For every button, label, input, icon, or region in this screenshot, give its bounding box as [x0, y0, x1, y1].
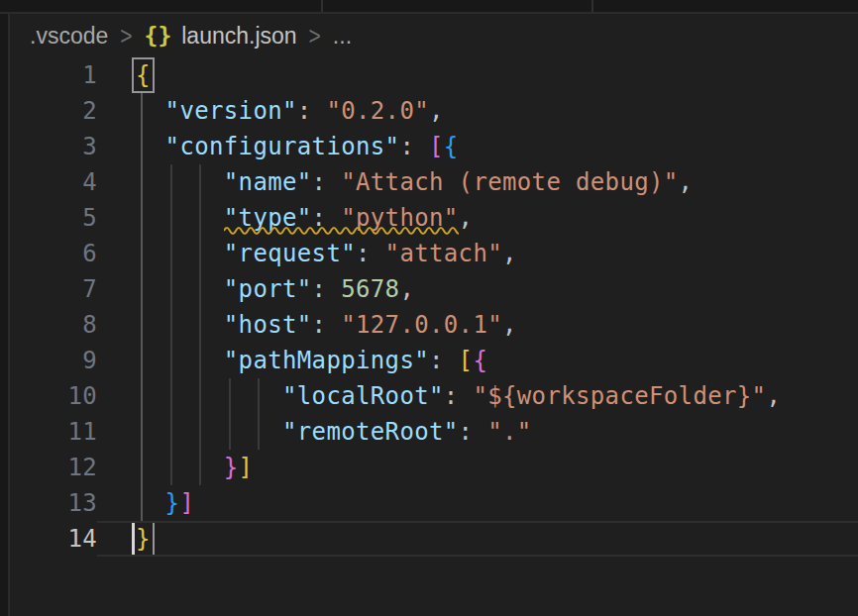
code-text: "pathMappings": [{ — [136, 347, 487, 374]
code-token-bracket1: { — [136, 61, 151, 89]
indent-guide — [170, 271, 172, 307]
code-line[interactable]: 3 "configurations": [{ — [10, 129, 858, 164]
line-number[interactable]: 1 — [10, 57, 97, 93]
code-line[interactable]: 9 "pathMappings": [{ — [10, 343, 858, 378]
code-token-key: "type" — [224, 204, 312, 232]
code-text: "port": 5678, — [136, 275, 414, 303]
code-token-punct: , — [429, 97, 444, 125]
code-text: }] — [136, 454, 253, 481]
indent-guide — [141, 414, 143, 450]
line-content[interactable]: "request": "attach", — [97, 236, 858, 271]
indent-guide — [170, 236, 172, 271]
line-number[interactable]: 13 — [10, 485, 97, 521]
code-text: "request": "attach", — [136, 240, 517, 267]
code-area[interactable]: 1{2 "version": "0.2.0",3 "configurations… — [10, 57, 858, 616]
indent-guide — [199, 236, 201, 271]
code-token-string: "0.2.0" — [326, 97, 429, 125]
code-token-key: "pathMappings" — [224, 347, 429, 374]
code-token-punct: , — [399, 275, 414, 303]
indent-guide — [141, 164, 143, 200]
line-number[interactable]: 7 — [10, 271, 97, 307]
indent-guide — [141, 236, 143, 271]
code-token-string: "${workspaceFolder}" — [473, 382, 766, 410]
tab-bar[interactable] — [0, 0, 858, 12]
code-token-punct: : — [312, 275, 342, 303]
code-line[interactable]: 11 "remoteRoot": "." — [10, 414, 858, 450]
code-text: } — [136, 525, 155, 553]
code-line[interactable]: 6 "request": "attach", — [10, 236, 858, 271]
code-line[interactable]: 2 "version": "0.2.0", — [10, 93, 858, 129]
code-line[interactable]: 14} — [10, 521, 858, 557]
line-content[interactable]: }] — [97, 485, 858, 521]
code-line[interactable]: 12 }] — [10, 450, 858, 485]
line-number[interactable]: 11 — [10, 414, 97, 450]
code-token-punct: : — [297, 97, 327, 125]
code-line[interactable]: 1{ — [10, 57, 858, 93]
indent-guide — [229, 378, 231, 414]
code-line[interactable]: 8 "host": "127.0.0.1", — [10, 307, 858, 343]
line-number[interactable]: 12 — [10, 450, 97, 485]
code-token-key: "request" — [224, 240, 356, 267]
code-token-punct: : — [399, 133, 429, 160]
indent-guide — [141, 271, 143, 307]
line-content[interactable]: "pathMappings": [{ — [97, 343, 858, 378]
line-number[interactable]: 9 — [10, 343, 97, 378]
code-token-string: "127.0.0.1" — [341, 311, 502, 339]
indent-guide — [258, 414, 260, 450]
code-text: "configurations": [{ — [136, 133, 459, 160]
json-braces-icon: {} — [145, 23, 172, 49]
code-token-punct: : — [312, 204, 342, 232]
line-number[interactable]: 5 — [10, 200, 97, 236]
code-line[interactable]: 5 "type": "python", — [10, 200, 858, 236]
indent-guide — [199, 378, 201, 414]
line-number[interactable]: 14 — [10, 521, 97, 557]
code-token-bracket1: [ — [459, 347, 474, 374]
line-number[interactable]: 2 — [10, 93, 97, 129]
code-token-bracket2: { — [473, 347, 487, 374]
editor-group: .vscode > {} launch.json > ... 1{2 "vers… — [10, 14, 858, 616]
vscode-window: .vscode > {} launch.json > ... 1{2 "vers… — [0, 0, 858, 616]
line-number[interactable]: 10 — [10, 378, 97, 414]
line-content[interactable]: }] — [97, 450, 858, 485]
line-content[interactable]: } — [97, 521, 858, 557]
code-token-bracket2: } — [224, 454, 239, 481]
code-line[interactable]: 10 "localRoot": "${workspaceFolder}", — [10, 378, 858, 414]
line-content[interactable]: "type": "python", — [97, 200, 858, 236]
breadcrumb-item-symbol[interactable]: ... — [333, 23, 352, 50]
code-line[interactable]: 13 }] — [10, 485, 858, 521]
editor-region: .vscode > {} launch.json > ... 1{2 "vers… — [0, 14, 858, 616]
line-content[interactable]: "version": "0.2.0", — [97, 93, 858, 129]
code-token-string: "." — [487, 418, 531, 446]
line-content[interactable]: "host": "127.0.0.1", — [97, 307, 858, 343]
line-content[interactable]: "port": 5678, — [97, 271, 858, 307]
indent-guide — [258, 378, 260, 414]
line-content[interactable]: "remoteRoot": "." — [97, 414, 858, 450]
line-number[interactable]: 6 — [10, 236, 97, 271]
breadcrumb-item-folder[interactable]: .vscode — [30, 23, 108, 50]
indent-guide — [199, 343, 201, 378]
line-number[interactable]: 4 — [10, 164, 97, 200]
line-number[interactable]: 3 — [10, 129, 97, 164]
code-token-key: "remoteRoot" — [282, 418, 459, 446]
indent-guide — [141, 93, 143, 129]
indent-guide — [141, 129, 143, 164]
code-line[interactable]: 7 "port": 5678, — [10, 271, 858, 307]
code-token-key: "configurations" — [165, 133, 400, 160]
code-text: "type": "python", — [136, 204, 473, 232]
indent-guide — [141, 485, 143, 521]
line-number[interactable]: 8 — [10, 307, 97, 343]
code-token-bracket3: { — [444, 133, 459, 160]
line-content[interactable]: "localRoot": "${workspaceFolder}", — [97, 378, 858, 414]
line-content[interactable]: { — [97, 57, 858, 93]
indent-guide — [170, 200, 172, 236]
code-token-punct: , — [502, 240, 517, 267]
line-content[interactable]: "name": "Attach (remote debug)", — [97, 164, 858, 200]
code-text: }] — [136, 489, 194, 517]
indent-guide — [199, 307, 201, 343]
line-content[interactable]: "configurations": [{ — [97, 129, 858, 164]
code-text: { — [136, 61, 155, 89]
breadcrumb-item-file[interactable]: {} launch.json — [145, 23, 297, 50]
indent-guide — [170, 307, 172, 343]
code-line[interactable]: 4 "name": "Attach (remote debug)", — [10, 164, 858, 200]
editor-left-margin — [0, 14, 8, 616]
